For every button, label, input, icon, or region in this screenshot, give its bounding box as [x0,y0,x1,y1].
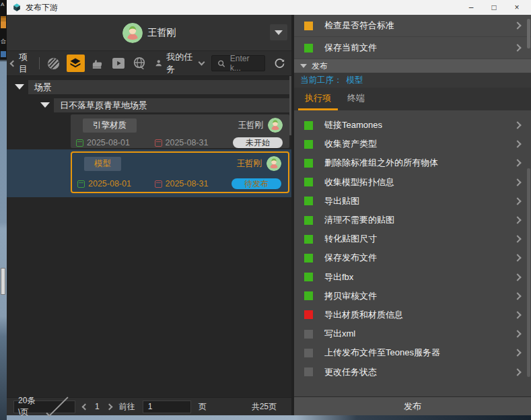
process-label: 当前工序： [300,75,343,86]
cube-app-icon [12,3,22,12]
item-label: 保存当前文件 [324,42,515,54]
chevron-right-icon[interactable] [514,121,521,129]
person-icon [155,59,163,68]
item-label: 清理不需要的贴图 [324,214,515,226]
status-square-gray [304,349,313,357]
page-size-select[interactable]: 20条\页 [13,400,75,413]
tab-bar: 执行项 终端 [294,88,531,110]
chevron-right-icon[interactable] [514,273,521,281]
layers-tool-button-active[interactable] [67,55,85,72]
goto-label: 前往 [119,401,135,413]
prev-page-button[interactable] [82,403,89,410]
tab-terminal[interactable]: 终端 [339,92,373,110]
expand-triangle-icon[interactable] [40,102,50,108]
assignee-avatar [267,156,281,171]
execution-item[interactable]: 上传发布文件至Teones服务器 [294,343,531,362]
backdrop-blue-box [1,51,6,57]
user-dropdown-button[interactable] [270,24,287,40]
backdrop-slider-handle [1,268,5,295]
execution-item-list: 链接Teamones收集资产类型删除除标准组之外的所有物体收集模型拓扑信息导出贴… [294,110,531,396]
execution-item[interactable]: 收集模型拓扑信息 [294,173,531,192]
chevron-right-icon[interactable] [514,160,521,167]
chevron-right-icon[interactable] [514,292,521,300]
chevron-right-icon[interactable] [514,141,521,148]
status-square-green [304,216,313,225]
chevron-right-icon[interactable] [514,236,521,243]
chevron-right-icon[interactable] [514,368,521,376]
execution-item[interactable]: 拷贝审核文件 [294,287,531,306]
execution-item[interactable]: 转化贴图尺寸 [294,230,531,248]
backdrop-grid-icon [1,16,6,28]
end-date-icon [155,139,162,147]
task-card-engine-material[interactable]: 引擎材质 王哲刚 [71,114,289,148]
toolbar-separator [39,57,40,69]
execution-item[interactable]: 保存发布文件 [294,248,531,267]
start-date-icon [77,180,85,188]
app-root: A 合 发布下游 – □ × [0,0,531,420]
publish-button[interactable]: 发布 [294,396,531,415]
item-label: 保存发布文件 [324,252,515,264]
pre-check-item[interactable]: 保存当前文件 [294,37,531,59]
chevron-right-icon[interactable] [514,44,521,51]
search-placeholder: Enter k... [230,54,259,73]
tree-node-scene-child[interactable]: 日不落草原青草地场景 [54,98,291,112]
minimize-button[interactable]: – [460,0,483,15]
status-square-red [304,310,313,319]
tree-node-scene[interactable]: 场景 [28,80,291,94]
item-label: 导出材质和材质信息 [324,309,515,321]
item-label: 更改任务状态 [324,366,515,378]
chevron-right-icon[interactable] [514,254,521,262]
item-label: 写出xml [324,328,515,340]
execution-item[interactable]: 链接Teamones [294,116,531,135]
task-card-model-selected[interactable]: 模型 王哲刚 [71,151,289,193]
execution-item[interactable]: 导出fbx [294,268,531,287]
chevron-right-icon[interactable] [514,197,521,205]
next-page-button[interactable] [106,403,112,410]
search-input[interactable]: Enter k... [211,55,265,71]
background-app-strip: A 合 [0,0,7,420]
video-tool-button[interactable] [110,55,127,71]
tab-execution-items[interactable]: 执行项 [297,92,339,110]
maximize-button[interactable]: □ [483,0,505,15]
right-scrollbar[interactable] [527,15,530,415]
item-label: 链接Teamones [324,119,515,131]
expand-triangle-icon[interactable] [15,84,24,90]
end-date: 2025-08-31 [166,179,209,188]
hand-tool-button[interactable] [90,55,106,71]
globe-tool-button[interactable] [131,55,147,71]
layers-icon [69,57,82,70]
left-scrollbar-thumb[interactable] [289,76,291,135]
chevron-right-icon[interactable] [514,311,521,318]
back-to-projects-button[interactable]: 项目 [11,51,33,75]
pre-check-item[interactable]: 检查是否符合标准 [294,15,531,37]
publish-section-header[interactable]: 发布 [294,59,531,73]
my-tasks-label: 我的任务 [166,51,195,75]
goto-page-input[interactable]: 1 [143,400,191,413]
chevron-right-icon[interactable] [514,216,521,223]
execution-item[interactable]: 清理不需要的贴图 [294,211,531,230]
chevron-right-icon[interactable] [514,330,521,337]
shell-tool-button[interactable] [46,55,62,71]
start-date: 2025-08-01 [88,179,131,188]
execution-item[interactable]: 导出材质和材质信息 [294,306,531,324]
scrollbar-thumb-main[interactable] [527,168,530,377]
scrollbar-thumb-top[interactable] [527,19,530,48]
my-tasks-filter-dropdown[interactable]: 我的任务 [152,51,207,75]
execution-item[interactable]: 导出贴图 [294,192,531,211]
status-square-gray [304,330,313,339]
close-button[interactable]: × [505,0,528,15]
execution-item[interactable]: 更改任务状态 [294,362,531,381]
start-date-icon [76,139,83,147]
execution-item[interactable]: 收集资产类型 [294,135,531,153]
chevron-right-icon[interactable] [514,349,521,357]
chevron-right-icon[interactable] [514,22,521,29]
video-player-icon [112,57,125,69]
current-process-line: 当前工序： 模型 [294,73,531,88]
chevron-right-icon[interactable] [514,178,521,186]
execution-item[interactable]: 删除除标准组之外的所有物体 [294,153,531,172]
item-label: 导出贴图 [324,195,515,207]
start-date: 2025-08-01 [87,138,130,147]
backdrop-glyph: 合 [1,38,6,45]
refresh-button[interactable] [271,55,287,71]
execution-item[interactable]: 写出xml [294,324,531,343]
